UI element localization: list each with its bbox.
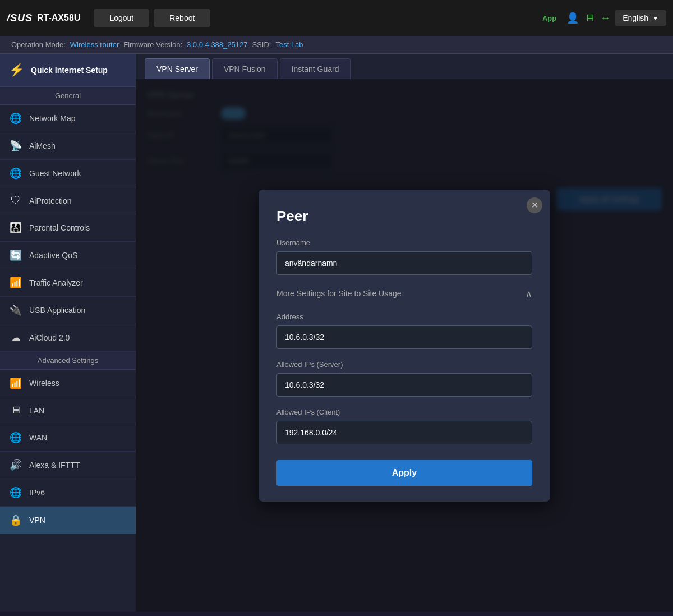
operation-mode-value[interactable]: Wireless router: [70, 40, 119, 49]
sidebar-item-ipv6[interactable]: 🌐 IPv6: [0, 479, 136, 507]
sidebar-item-usb-application[interactable]: 🔌 USB Application: [0, 297, 136, 324]
sidebar-item-wireless-label: Wireless: [29, 379, 59, 388]
sidebar-item-guest-network-label: Guest Network: [29, 169, 81, 178]
sidebar-item-aicloud[interactable]: ☁ AiCloud 2.0: [0, 324, 136, 352]
sidebar-item-alexa-label: Alexa & IFTTT: [29, 461, 80, 470]
sidebar-item-parental-controls[interactable]: 👨‍👩‍👧 Parental Controls: [0, 214, 136, 242]
logo-asus: /SUS: [7, 12, 33, 24]
quick-internet-setup[interactable]: ⚡ Quick Internet Setup: [0, 54, 136, 87]
apply-button[interactable]: Apply: [276, 460, 532, 486]
modal-close-button[interactable]: ✕: [527, 197, 542, 213]
tab-vpn-fusion[interactable]: VPN Fusion: [212, 58, 278, 79]
aiprotection-icon: 🛡: [9, 195, 22, 206]
traffic-analyzer-icon: 📶: [9, 277, 22, 289]
sidebar-item-adaptive-qos-label: Adaptive QoS: [29, 251, 77, 260]
address-input[interactable]: [276, 325, 532, 349]
sidebar-item-traffic-analyzer-label: Traffic Analyzer: [29, 278, 83, 287]
top-icons: 👤 🖥 ↔: [566, 12, 610, 24]
usb-application-icon: 🔌: [9, 304, 22, 316]
sidebar-item-network-map[interactable]: 🌐 Network Map: [0, 105, 136, 132]
aimesh-icon: 📡: [9, 140, 22, 152]
modal-title: Peer: [276, 208, 532, 225]
reboot-button[interactable]: Reboot: [154, 9, 210, 27]
main-layout: ⚡ Quick Internet Setup General 🌐 Network…: [0, 54, 673, 612]
vpn-icon: 🔒: [9, 514, 22, 526]
sidebar-item-parental-controls-label: Parental Controls: [29, 223, 90, 232]
allowed-ips-server-label: Allowed IPs (Server): [276, 360, 532, 369]
content-area: VPN Server VPN Fusion Instant Guard VPN …: [136, 54, 673, 612]
operation-mode-label: Operation Mode:: [11, 40, 66, 49]
sidebar-item-lan[interactable]: 🖥 LAN: [0, 397, 136, 424]
sidebar-item-usb-application-label: USB Application: [29, 306, 85, 315]
allowed-ips-client-input[interactable]: [276, 421, 532, 444]
sidebar-item-ipv6-label: IPv6: [29, 488, 45, 497]
tab-vpn-server[interactable]: VPN Server: [145, 58, 210, 79]
sidebar-item-aimesh[interactable]: 📡 AiMesh: [0, 132, 136, 160]
quick-setup-label: Quick Internet Setup: [31, 65, 108, 75]
ipv6-icon: 🌐: [9, 486, 22, 499]
general-section-header: General: [0, 87, 136, 105]
wireless-icon: 📶: [9, 377, 22, 389]
ssid-label: SSID:: [252, 40, 271, 49]
username-field-group: Username: [276, 238, 532, 275]
sidebar-item-wan-label: WAN: [29, 433, 47, 442]
wan-icon: 🌐: [9, 431, 22, 444]
sidebar-item-wireless[interactable]: 📶 Wireless: [0, 370, 136, 397]
guest-network-icon: 🌐: [9, 167, 22, 180]
firmware-value[interactable]: 3.0.0.4.388_25127: [187, 40, 247, 49]
username-input[interactable]: [276, 251, 532, 275]
peer-modal: ✕ Peer Username More Settings for Site t…: [259, 190, 550, 502]
logo-model: RT-AX58U: [37, 13, 80, 23]
sidebar-item-traffic-analyzer[interactable]: 📶 Traffic Analyzer: [0, 269, 136, 297]
sidebar-item-aicloud-label: AiCloud 2.0: [29, 333, 70, 342]
parental-controls-icon: 👨‍👩‍👧: [9, 222, 22, 234]
user-icon[interactable]: 👤: [566, 12, 579, 24]
firmware-label: Firmware Version:: [123, 40, 182, 49]
quick-setup-icon: ⚡: [9, 63, 24, 77]
network-map-icon: 🌐: [9, 112, 22, 125]
logo-area: /SUS RT-AX58U: [7, 12, 80, 24]
language-selector[interactable]: English ▼: [615, 10, 666, 26]
username-label: Username: [276, 238, 532, 247]
tabs: VPN Server VPN Fusion Instant Guard: [136, 54, 673, 79]
sidebar-item-aiprotection[interactable]: 🛡 AiProtection: [0, 187, 136, 214]
logout-button[interactable]: Logout: [94, 9, 149, 27]
aicloud-icon: ☁: [9, 332, 22, 344]
more-settings-row[interactable]: More Settings for Site to Site Usage ∧: [276, 286, 532, 301]
allowed-ips-client-label: Allowed IPs (Client): [276, 408, 532, 416]
sidebar-item-wan[interactable]: 🌐 WAN: [0, 424, 136, 452]
sidebar-item-lan-label: LAN: [29, 406, 44, 415]
top-bar: /SUS RT-AX58U Logout Reboot App 👤 🖥 ↔ En…: [0, 0, 673, 36]
sidebar: ⚡ Quick Internet Setup General 🌐 Network…: [0, 54, 136, 612]
content-body: VPN Server WireGuard Client IP Server Po…: [136, 79, 673, 612]
sidebar-item-vpn[interactable]: 🔒 VPN: [0, 507, 136, 534]
lan-icon: 🖥: [9, 404, 22, 416]
sidebar-item-alexa[interactable]: 🔊 Alexa & IFTTT: [0, 452, 136, 479]
allowed-ips-server-input[interactable]: [276, 373, 532, 397]
sidebar-item-adaptive-qos[interactable]: 🔄 Adaptive QoS: [0, 242, 136, 269]
ssid-value[interactable]: Test Lab: [275, 40, 303, 49]
tab-instant-guard[interactable]: Instant Guard: [280, 58, 351, 79]
app-label: App: [542, 14, 556, 22]
advanced-section-header: Advanced Settings: [0, 352, 136, 370]
sidebar-item-network-map-label: Network Map: [29, 114, 75, 123]
more-settings-label: More Settings for Site to Site Usage: [276, 289, 402, 298]
sidebar-item-aiprotection-label: AiProtection: [29, 196, 71, 205]
monitor-icon[interactable]: 🖥: [584, 12, 594, 24]
sidebar-item-guest-network[interactable]: 🌐 Guest Network: [0, 160, 136, 187]
address-field-group: Address: [276, 312, 532, 349]
address-label: Address: [276, 312, 532, 321]
modal-overlay: ✕ Peer Username More Settings for Site t…: [136, 79, 673, 612]
status-bar: Operation Mode: Wireless router Firmware…: [0, 36, 673, 54]
sidebar-item-aimesh-label: AiMesh: [29, 141, 56, 150]
alexa-icon: 🔊: [9, 459, 22, 471]
allowed-ips-client-field-group: Allowed IPs (Client): [276, 408, 532, 444]
more-settings-chevron-icon: ∧: [526, 288, 532, 299]
language-label: English: [623, 13, 648, 22]
adaptive-qos-icon: 🔄: [9, 249, 22, 261]
network-icon[interactable]: ↔: [600, 12, 610, 24]
allowed-ips-server-field-group: Allowed IPs (Server): [276, 360, 532, 397]
sidebar-item-vpn-label: VPN: [29, 516, 45, 525]
language-arrow-icon: ▼: [653, 15, 658, 21]
